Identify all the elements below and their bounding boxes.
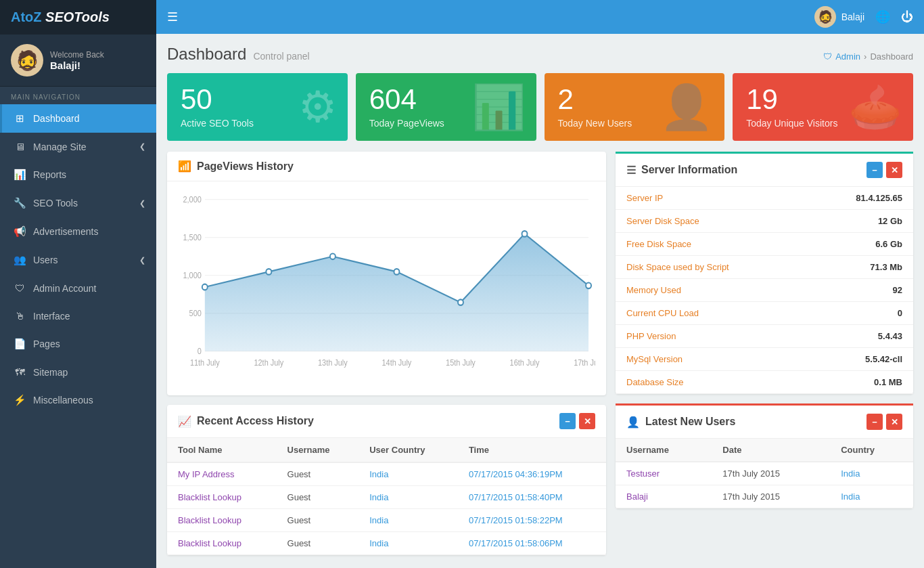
nav-label-dashboard: Dashboard: [33, 113, 80, 124]
user-icon: 👤: [626, 416, 640, 429]
breadcrumb-icon: 🛡: [823, 51, 832, 62]
power-icon[interactable]: ⏻: [901, 10, 913, 24]
svg-text:500: 500: [189, 309, 202, 318]
server-label-2: Free Disk Space: [616, 233, 808, 256]
country-link-1[interactable]: India: [369, 492, 388, 502]
logo-prefix: AtoZ: [11, 9, 45, 24]
recent-access-minimize-button[interactable]: −: [559, 413, 576, 429]
page-subtitle: Control panel: [253, 51, 309, 62]
svg-point-13: [330, 253, 336, 259]
server-row: Server Disk Space12 Gb: [616, 210, 913, 233]
user-country-0[interactable]: India: [841, 468, 860, 479]
sidebar-item-dashboard[interactable]: ⊞ Dashboard: [0, 104, 156, 133]
server-info-minimize-button[interactable]: −: [867, 162, 883, 178]
nav-label-reports: Reports: [33, 169, 66, 180]
main-area: ☰ 🧔 Balaji 🌐 ⏻ Dashboard Control panel 🛡…: [156, 0, 924, 568]
latest-users-header: 👤 Latest New Users − ✕: [616, 403, 913, 439]
latest-users-close-button[interactable]: ✕: [886, 414, 902, 430]
server-label-8: Database Size: [616, 371, 808, 394]
time-cell-2: 07/17/2015 01:58:22PM: [458, 509, 606, 532]
user-link-1[interactable]: Balaji: [626, 491, 648, 502]
table-row: Blacklist Lookup Guest India 07/17/2015 …: [167, 532, 606, 555]
nav-icon-sitemap: 🗺: [13, 366, 26, 378]
server-info-close-button[interactable]: ✕: [886, 162, 902, 178]
time-cell-3: 07/17/2015 01:58:06PM: [458, 532, 606, 555]
sidebar-item-miscellaneous[interactable]: ⚡ Miscellaneous: [0, 386, 156, 414]
sidebar-item-seo-tools[interactable]: 🔧 SEO Tools ❮: [0, 189, 156, 217]
user-info: Welcome Back Balaji!: [50, 50, 104, 71]
globe-icon[interactable]: 🌐: [875, 9, 890, 24]
breadcrumb-admin[interactable]: Admin: [835, 51, 860, 62]
server-label-4: Memory Used: [616, 279, 808, 302]
topbar-right: 🧔 Balaji 🌐 ⏻: [814, 6, 913, 28]
tool-link-2[interactable]: Blacklist Lookup: [178, 515, 241, 525]
server-info-panel: ☰ Server Information − ✕ Server IP81.4.1…: [616, 152, 913, 394]
username-cell-0: Guest: [277, 462, 359, 486]
trending-icon: 📈: [178, 415, 191, 428]
sidebar-item-sitemap[interactable]: 🗺 Sitemap: [0, 358, 156, 386]
nav-label-miscellaneous: Miscellaneous: [33, 395, 93, 406]
col-country: User Country: [359, 438, 458, 462]
server-info-actions: − ✕: [867, 162, 902, 178]
sidebar-item-interface[interactable]: 🖱 Interface: [0, 302, 156, 330]
app-logo: AtoZ SEOTools: [0, 0, 156, 35]
country-link-3[interactable]: India: [369, 538, 388, 548]
sidebar: AtoZ SEOTools 🧔 Welcome Back Balaji! MAI…: [0, 0, 156, 568]
nav-label-interface: Interface: [33, 311, 70, 322]
nav-icon-users: 👥: [13, 254, 26, 266]
nav-arrow-users: ❮: [139, 256, 145, 265]
sidebar-item-pages[interactable]: 📄 Pages: [0, 330, 156, 358]
nav-label-sitemap: Sitemap: [33, 367, 68, 378]
pageviews-panel: 📶 PageViews History 2,000: [167, 152, 606, 395]
table-row: Blacklist Lookup Guest India 07/17/2015 …: [167, 486, 606, 509]
latest-users-minimize-button[interactable]: −: [867, 414, 883, 430]
time-cell-1: 07/17/2015 01:58:40PM: [458, 486, 606, 509]
svg-text:16th July: 16th July: [510, 359, 540, 367]
sidebar-item-manage-site[interactable]: 🖥 Manage Site ❮: [0, 133, 156, 160]
nav-icon-miscellaneous: ⚡: [13, 394, 26, 406]
server-value-6: 5.4.43: [808, 325, 913, 348]
sidebar-item-admin-account[interactable]: 🛡 Admin Account: [0, 274, 156, 302]
svg-text:0: 0: [198, 347, 202, 355]
svg-point-16: [522, 231, 528, 237]
server-info-table: Server IP81.4.125.65Server Disk Space12 …: [616, 187, 913, 394]
nav-icon-admin-account: 🛡: [13, 282, 26, 294]
menu-toggle-icon[interactable]: ☰: [167, 9, 178, 24]
stat-card-0: 50 Active SEO Tools ⚙: [167, 73, 348, 141]
left-column: 📶 PageViews History 2,000: [167, 152, 606, 555]
server-label-3: Disk Space used by Script: [616, 256, 808, 279]
tool-link-3[interactable]: Blacklist Lookup: [178, 538, 241, 548]
svg-point-15: [458, 299, 463, 305]
country-link-2[interactable]: India: [369, 515, 388, 525]
svg-text:11th July: 11th July: [190, 359, 220, 367]
stat-icon-2: 👤: [660, 82, 714, 133]
svg-marker-10: [205, 234, 588, 351]
user-country-1[interactable]: India: [841, 491, 860, 502]
tool-link-0[interactable]: My IP Address: [178, 469, 235, 479]
server-label-5: Current CPU Load: [616, 302, 808, 325]
server-label-6: PHP Version: [616, 325, 808, 348]
nav-label-pages: Pages: [33, 338, 60, 349]
breadcrumb-sep: ›: [864, 51, 867, 62]
tool-link-1[interactable]: Blacklist Lookup: [178, 492, 241, 502]
pageviews-panel-header: 📶 PageViews History: [167, 152, 606, 181]
svg-point-11: [202, 284, 208, 290]
chart-bar-icon: 📶: [178, 160, 191, 173]
svg-text:2,000: 2,000: [183, 196, 201, 204]
sidebar-item-advertisements[interactable]: 📢 Advertisements: [0, 217, 156, 246]
user-link-0[interactable]: Testuser: [626, 468, 660, 479]
username-cell-1: Guest: [277, 486, 359, 509]
nav-icon-dashboard: ⊞: [13, 112, 26, 125]
table-row: Blacklist Lookup Guest India 07/17/2015 …: [167, 509, 606, 532]
sidebar-item-reports[interactable]: 📊 Reports: [0, 160, 156, 189]
col-tool-name: Tool Name: [167, 438, 277, 462]
content-area: Dashboard Control panel 🛡 Admin › Dashbo…: [156, 34, 924, 568]
sidebar-item-users[interactable]: 👥 Users ❮: [0, 246, 156, 274]
topbar-avatar: 🧔: [814, 6, 836, 28]
country-link-0[interactable]: India: [369, 469, 388, 479]
recent-access-close-button[interactable]: ✕: [579, 413, 595, 429]
server-row: Free Disk Space6.6 Gb: [616, 233, 913, 256]
col-u-country: Country: [830, 439, 913, 462]
stat-cards: 50 Active SEO Tools ⚙ 604 Today PageView…: [167, 73, 913, 141]
nav-label-users: Users: [33, 255, 58, 265]
